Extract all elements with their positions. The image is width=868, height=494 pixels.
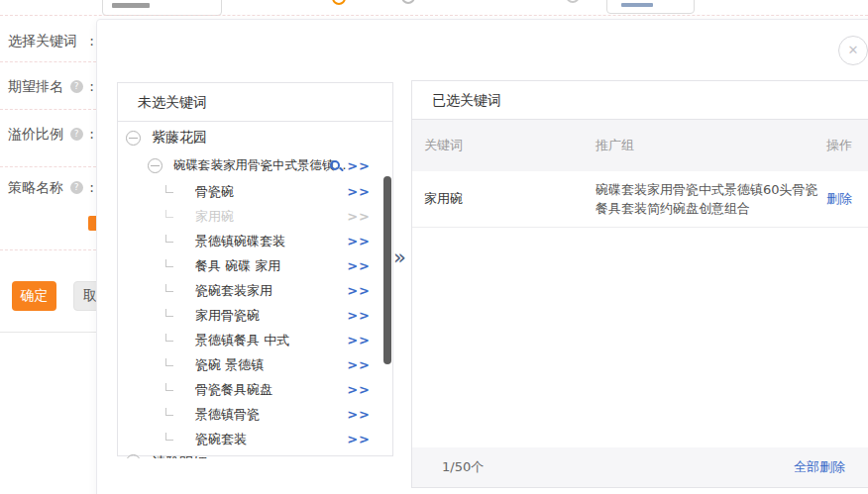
column-header-action: 操作 <box>826 137 868 154</box>
tree-row[interactable]: 景德镇餐具 中式 >> <box>118 328 392 352</box>
transfer-right-icon[interactable]: » <box>393 246 406 269</box>
keyword-label: 瓷碗套装 <box>195 431 247 448</box>
dashed-divider <box>0 61 96 62</box>
tree-row[interactable]: 家用碗 >> <box>118 204 392 229</box>
tree-row[interactable]: 瓷碗套装 >> <box>118 427 392 451</box>
help-icon[interactable]: ? <box>70 128 83 141</box>
tree-row[interactable]: 清雅明媚 >> <box>118 451 392 458</box>
selected-count: 1/50个 <box>442 458 484 476</box>
help-icon[interactable]: ? <box>70 80 83 93</box>
add-keyword-link[interactable]: >> <box>347 308 371 323</box>
tree-branch-icon <box>165 235 173 243</box>
add-keyword-link[interactable]: >> <box>347 407 371 422</box>
add-keyword-link[interactable]: >> <box>347 209 371 224</box>
tree-row[interactable]: 紫藤花园 >> <box>118 124 392 151</box>
close-icon[interactable]: ✕ <box>838 36 868 65</box>
tree-branch-icon <box>165 433 173 441</box>
selected-table-body: 家用碗 碗碟套装家用骨瓷中式景德镇60头骨瓷餐具套装简约碗盘创意组合 删除 <box>412 171 868 228</box>
form-label-column: 选择关键词 ? : 期望排名 ? : 溢价比例 ? : 策略名称 ? : <box>8 34 94 194</box>
form-field-colon: : <box>89 34 94 48</box>
tree-row[interactable]: 骨瓷餐具碗盘 >> <box>118 377 392 402</box>
truncated-input-top-left[interactable] <box>102 0 222 16</box>
add-keyword-link[interactable]: >> <box>347 357 371 372</box>
keyword-label: 碗碟套装家用骨瓷中式景德镇... <box>173 157 346 174</box>
form-field-label: 策略名称 <box>8 180 63 194</box>
tree-branch-icon <box>165 210 173 218</box>
tree-branch-icon <box>165 334 173 342</box>
collapse-minus-icon[interactable] <box>126 131 141 146</box>
selected-keywords-panel: 已选关键词 关键词 推广组 操作 家用碗 碗碟套装家用骨瓷中式景德镇60头骨瓷餐… <box>411 80 868 488</box>
column-header-keyword: 关键词 <box>424 137 596 154</box>
keyword-label: 家用骨瓷碗 <box>195 307 260 325</box>
tree-branch-icon <box>165 259 173 267</box>
confirm-button[interactable]: 确定 <box>12 281 56 311</box>
add-keyword-link[interactable]: >> <box>347 184 371 199</box>
form-field-colon: : <box>89 127 94 141</box>
tree-row[interactable]: 景德镇骨瓷 >> <box>118 402 392 427</box>
tree-branch-icon <box>165 358 173 366</box>
add-keyword-link[interactable]: >> <box>347 234 371 248</box>
add-keyword-link[interactable]: >> <box>347 333 371 347</box>
form-field-row: 期望排名 ? : <box>8 79 94 93</box>
table-row: 家用碗 碗碟套装家用骨瓷中式景德镇60头骨瓷餐具套装简约碗盘创意组合 删除 <box>412 171 868 228</box>
keyword-label: 瓷碗套装家用 <box>195 282 272 300</box>
column-header-group: 推广组 <box>596 137 826 154</box>
keyword-label: 景德镇碗碟套装 <box>195 233 285 250</box>
tree-row[interactable]: 餐具 碗碟 家用 >> <box>118 253 392 278</box>
add-keyword-link[interactable]: >> <box>347 432 371 446</box>
truncated-input-text <box>112 3 150 8</box>
section-divider <box>0 332 96 333</box>
tree-row[interactable]: 瓷碗套装家用 >> <box>118 278 392 303</box>
selected-table-header: 关键词 推广组 操作 <box>412 120 868 171</box>
form-field-colon: : <box>89 79 94 93</box>
add-keyword-link[interactable]: >> <box>347 283 371 298</box>
add-keyword-link[interactable]: >> <box>347 158 371 173</box>
unselected-keywords-panel: 未选关键词 紫藤花园 >> 碗碟套装家用骨瓷中式景德镇... <box>117 82 393 456</box>
keyword-label: 餐具 碗碟 家用 <box>195 257 280 275</box>
keyword-label: 瓷碗 景德镇 <box>195 356 264 374</box>
cell-keyword: 家用碗 <box>424 190 596 208</box>
keyword-label: 紫藤花园 <box>152 129 207 147</box>
keyword-label: 景德镇骨瓷 <box>195 406 260 424</box>
tree-branch-icon <box>165 185 173 193</box>
truncated-input-text <box>621 3 653 7</box>
collapse-minus-icon[interactable] <box>148 158 163 173</box>
form-field-label: 溢价比例 <box>8 127 63 141</box>
collapse-minus-icon[interactable] <box>126 454 141 458</box>
form-field-label: 选择关键词 <box>8 34 77 48</box>
dashed-divider <box>0 166 96 167</box>
cell-group: 碗碟套装家用骨瓷中式景德镇60头骨瓷餐具套装简约碗盘创意组合 <box>596 182 818 216</box>
tree-branch-icon <box>165 383 173 391</box>
keyword-tree: 紫藤花园 >> 碗碟套装家用骨瓷中式景德镇... >> <box>118 122 392 458</box>
tree-branch-icon <box>165 284 173 292</box>
tree-row[interactable]: 瓷碗 景德镇 >> <box>118 352 392 377</box>
add-keyword-link[interactable]: >> <box>347 382 371 397</box>
tree-row[interactable]: 景德镇碗碟套装 >> <box>118 229 392 253</box>
unselected-panel-title: 未选关键词 <box>118 83 392 122</box>
truncated-input-top-right[interactable] <box>606 0 695 14</box>
delete-all-link[interactable]: 全部删除 <box>794 458 845 476</box>
keyword-label: 骨瓷碗 <box>195 183 234 201</box>
dashed-divider <box>0 15 868 16</box>
tree-branch-icon <box>165 408 173 416</box>
add-keyword-link[interactable]: >> <box>347 258 371 273</box>
selected-panel-footer: 1/50个 全部删除 <box>412 447 868 487</box>
form-field-label: 期望排名 <box>8 79 63 93</box>
keyword-label: 家用碗 <box>195 208 234 226</box>
step-circle-gray-icon <box>401 0 415 4</box>
delete-link[interactable]: 删除 <box>826 191 852 206</box>
search-icon[interactable] <box>329 158 344 173</box>
tree-row[interactable]: 骨瓷碗 >> <box>118 179 392 204</box>
keyword-label: 景德镇餐具 中式 <box>195 332 289 349</box>
step-circle-gray2-icon <box>566 0 580 3</box>
keyword-label: 骨瓷餐具碗盘 <box>195 381 272 399</box>
form-field-row: 溢价比例 ? : <box>8 127 94 141</box>
selected-panel-title: 已选关键词 <box>412 81 868 120</box>
keyword-label: 清雅明媚 <box>152 454 207 458</box>
tree-row[interactable]: 碗碟套装家用骨瓷中式景德镇... >> <box>118 151 392 179</box>
dashed-divider <box>0 249 96 250</box>
help-icon[interactable]: ? <box>70 181 83 194</box>
form-field-row: 选择关键词 ? : <box>8 34 94 48</box>
tree-row[interactable]: 家用骨瓷碗 >> <box>118 303 392 328</box>
step-circle-orange-icon <box>332 0 346 5</box>
